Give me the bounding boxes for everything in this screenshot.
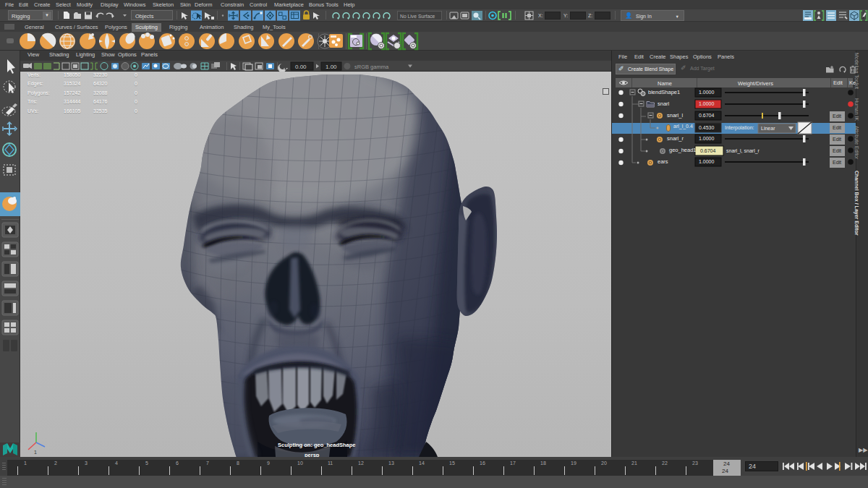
svg-text:1.00: 1.00 [326,64,337,70]
svg-text:0.00: 0.00 [295,64,307,70]
svg-text:sRGB gamma: sRGB gamma [354,64,389,70]
svg-text:1: 1 [34,450,37,455]
